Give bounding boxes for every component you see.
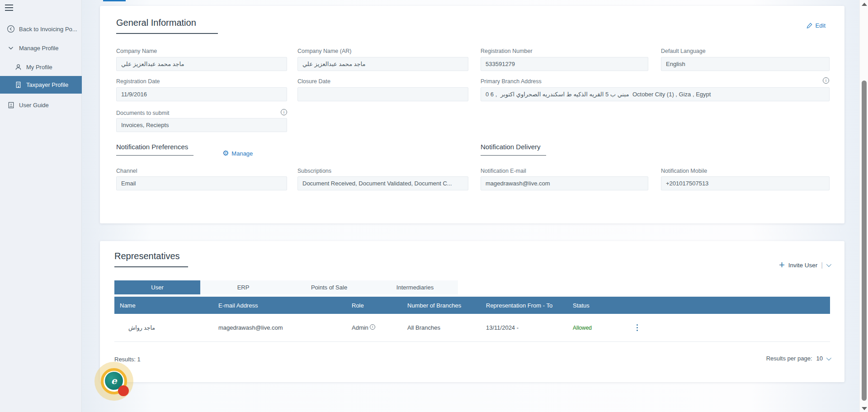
company-name-ar-label: Company Name (AR) — [297, 48, 351, 54]
sidebar-item-back-to-invoicing[interactable]: Back to Invoicing Po... — [0, 23, 82, 35]
registration-date-value: 11/9/2016 — [116, 87, 287, 101]
table-header-row: Name E-mail Address Role Number of Branc… — [114, 297, 830, 314]
cell-status: Allowed — [567, 325, 626, 331]
invite-user-button[interactable]: + Invite User | — [779, 261, 830, 269]
column-header-status: Status — [567, 302, 626, 309]
edit-button[interactable]: Edit — [806, 22, 826, 29]
column-header-branches: Number of Branches — [402, 302, 481, 309]
subscriptions-label: Subscriptions — [297, 168, 331, 174]
main-content: General Information Edit Company Name ما… — [82, 0, 859, 412]
tab-points-of-sale[interactable]: Points of Sale — [286, 280, 372, 294]
tab-user[interactable]: User — [114, 280, 200, 294]
notification-delivery-title: Notification Delivery — [481, 143, 546, 156]
notification-email-label: Notification E-mail — [481, 168, 526, 174]
sidebar-item-taxpayer-profile[interactable]: Taxpayer Profile — [0, 76, 82, 94]
plus-icon: + — [779, 261, 785, 269]
address-arabic: مبني ب 5 القريه الذكيه ط اسكندريه الصحرا… — [500, 91, 629, 98]
cell-email: magedrawash@live.com — [213, 324, 346, 331]
company-name-label: Company Name — [116, 48, 157, 54]
scroll-down-arrow-icon[interactable] — [862, 407, 867, 410]
cell-role: Admini — [346, 324, 402, 331]
documents-to-submit-value: Invoices, Reciepts — [116, 118, 287, 132]
chevron-down-icon — [6, 43, 15, 52]
general-information-title: General Information — [116, 18, 218, 34]
tab-intermediaries[interactable]: Intermediaries — [372, 280, 458, 294]
results-per-page-select[interactable]: 10 — [816, 355, 830, 362]
address-suffix: October City (1) , Giza , Egypt — [632, 91, 711, 98]
sidebar-item-my-profile[interactable]: My Profile — [0, 61, 82, 73]
notification-email-value: magedrawash@live.com — [481, 176, 648, 190]
table-row: ماجد رواش magedrawash@live.com Admini Al… — [114, 314, 830, 342]
invite-divider: | — [821, 261, 823, 269]
cell-representation: 13/11/2024 - — [481, 324, 567, 331]
representatives-card: Representatives + Invite User | User ERP… — [100, 241, 844, 382]
documents-info-icon[interactable]: i — [281, 109, 287, 115]
sidebar: Back to Invoicing Po... Manage Profile M… — [0, 0, 82, 412]
sidebar-item-label: My Profile — [26, 64, 52, 71]
hamburger-menu-icon[interactable] — [5, 5, 15, 12]
user-icon — [14, 62, 23, 71]
default-language-label: Default Language — [661, 48, 706, 54]
channel-label: Channel — [116, 168, 137, 174]
documents-to-submit-label: Documents to submit — [116, 110, 169, 116]
closure-date-value — [297, 87, 468, 101]
subscriptions-value: Document Received, Document Validated, D… — [297, 176, 468, 190]
invite-dropdown-chevron-icon[interactable] — [826, 262, 831, 267]
default-language-value: English — [661, 57, 830, 71]
address-info-icon[interactable]: i — [823, 77, 829, 84]
notification-preferences-title: Notification Preferences — [116, 143, 193, 156]
column-header-email: E-mail Address — [213, 302, 346, 309]
column-header-representation: Representation From - To — [481, 302, 567, 309]
per-page-chevron-icon — [826, 355, 831, 360]
scroll-up-arrow-icon[interactable] — [862, 3, 867, 6]
sidebar-item-label: Taxpayer Profile — [26, 81, 68, 88]
registration-number-value: 533591279 — [481, 57, 648, 71]
notification-mobile-label: Notification Mobile — [661, 168, 707, 174]
primary-branch-address-value: 0 6 , مبني ب 5 القريه الذكيه ط اسكندريه … — [481, 87, 830, 101]
manage-notifications-button[interactable]: ⚙ Manage — [222, 150, 253, 157]
sidebar-item-label: Back to Invoicing Po... — [19, 26, 77, 33]
primary-branch-address-label: Primary Branch Address — [481, 78, 542, 85]
gear-icon: ⚙ — [222, 150, 229, 157]
closure-date-label: Closure Date — [297, 78, 330, 85]
column-header-name: Name — [114, 302, 213, 309]
column-header-role: Role — [346, 302, 402, 309]
tab-erp[interactable]: ERP — [200, 280, 286, 294]
cell-actions — [626, 324, 830, 331]
company-name-value: ماجد محمد عبدالعزيز علي — [116, 57, 287, 71]
back-arrow-icon — [6, 24, 15, 33]
pencil-icon — [806, 22, 813, 29]
sidebar-item-user-guide[interactable]: User Guide — [0, 99, 82, 111]
sidebar-item-label: User Guide — [19, 102, 49, 109]
vertical-scrollbar[interactable] — [859, 0, 868, 412]
results-per-page: Results per page: 10 — [766, 355, 830, 362]
guide-book-icon — [6, 100, 15, 109]
role-info-icon[interactable]: i — [370, 324, 375, 330]
representatives-tabs: User ERP Points of Sale Intermediaries — [114, 280, 458, 294]
sidebar-item-label: Manage Profile — [19, 45, 58, 52]
address-prefix: 0 6 , — [486, 91, 497, 98]
active-page-tab-indicator — [103, 0, 126, 1]
row-actions-kebab-icon[interactable] — [637, 324, 638, 331]
notification-mobile-value: +201017507513 — [661, 176, 830, 190]
cell-branches: All Branches — [402, 324, 481, 331]
registration-number-label: Registration Number — [481, 48, 533, 54]
company-name-ar-value: ماجد محمد عبدالعزيز علي — [297, 57, 468, 71]
representatives-title: Representatives — [114, 251, 188, 267]
building-icon — [14, 81, 23, 90]
representatives-table: Name E-mail Address Role Number of Branc… — [114, 297, 830, 342]
assistant-widget-button[interactable]: e — [94, 362, 133, 401]
notification-dot — [118, 385, 129, 396]
cell-name: ماجد رواش — [114, 324, 213, 331]
scrollbar-thumb[interactable] — [862, 81, 867, 401]
general-information-card: General Information Edit Company Name ما… — [100, 6, 844, 223]
registration-date-label: Registration Date — [116, 78, 160, 85]
channel-value: Email — [116, 176, 287, 190]
sidebar-item-manage-profile[interactable]: Manage Profile — [0, 42, 82, 54]
